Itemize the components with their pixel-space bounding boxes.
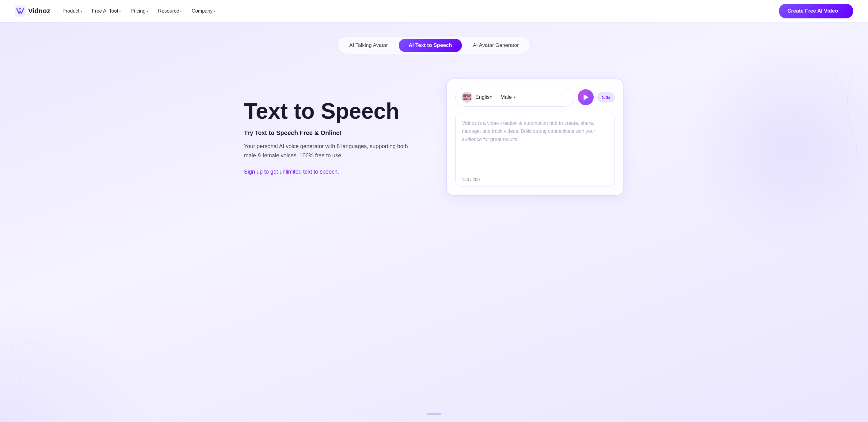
speed-badge[interactable]: 1.0x [597,92,615,102]
navbar: Vidnoz Product ▾ Free AI Tool ▾ Pricing … [0,0,868,22]
chevron-down-icon: ▾ [214,9,215,13]
voice-selector[interactable]: Male ▾ [496,91,521,103]
tts-textarea[interactable]: Vidnoz is a video creation & automation … [456,113,615,186]
scroll-indicator [427,413,441,415]
tts-placeholder: Vidnoz is a video creation & automation … [462,119,609,144]
tab-bar: AI Talking Avatar AI Text to Speech AI A… [0,22,868,54]
play-button[interactable] [578,89,594,105]
language-selector[interactable]: 🇺🇸 English Male ▾ [456,88,574,107]
cta-button[interactable]: Create Free AI Video → [779,4,853,19]
nav-item-free-ai-tool[interactable]: Free AI Tool ▾ [92,8,121,14]
tab-ai-talking-avatar[interactable]: AI Talking Avatar [339,39,398,52]
chevron-down-icon: ▾ [514,95,516,99]
hero-description: Your personal AI voice generator with 8 … [244,142,415,160]
flag-icon: 🇺🇸 [461,92,472,103]
navbar-left: Vidnoz Product ▾ Free AI Tool ▾ Pricing … [15,5,215,17]
language-name: English [475,94,493,100]
chevron-down-icon: ▾ [119,9,121,13]
logo-icon [15,5,26,17]
tab-ai-avatar-generator[interactable]: AI Avatar Generator [463,39,529,52]
signup-link[interactable]: Sign up to get unlimited text to speech. [244,169,339,175]
nav-item-resource[interactable]: Resource ▾ [158,8,182,14]
nav-item-company[interactable]: Company ▾ [192,8,215,14]
play-icon [584,94,588,100]
logo-text: Vidnoz [28,7,50,15]
char-count: 150 / 200 [462,177,609,182]
chevron-down-icon: ▾ [180,9,182,13]
voice-name: Male [500,94,512,100]
hero-title: Text to Speech [244,99,415,123]
chevron-down-icon: ▾ [81,9,82,13]
nav-item-pricing[interactable]: Pricing ▾ [130,8,148,14]
hero-content: Text to Speech Try Text to Speech Free &… [219,54,649,214]
tab-bar-inner: AI Talking Avatar AI Text to Speech AI A… [337,37,530,54]
nav-links: Product ▾ Free AI Tool ▾ Pricing ▾ Resou… [63,8,215,14]
swirl-decoration-bottom [0,330,123,422]
tts-controls: 🇺🇸 English Male ▾ 1.0x [456,88,615,107]
hero-subtitle: Try Text to Speech Free & Online! [244,129,415,137]
chevron-down-icon: ▾ [147,9,148,13]
svg-point-1 [19,8,21,9]
tts-widget: 🇺🇸 English Male ▾ 1.0x Vidnoz is a video… [446,79,624,196]
logo-link[interactable]: Vidnoz [15,5,50,17]
hero-text-block: Text to Speech Try Text to Speech Free &… [244,99,415,175]
nav-item-product[interactable]: Product ▾ [63,8,82,14]
tab-ai-text-to-speech[interactable]: AI Text to Speech [399,39,462,52]
hero-section: AI Talking Avatar AI Text to Speech AI A… [0,22,868,422]
